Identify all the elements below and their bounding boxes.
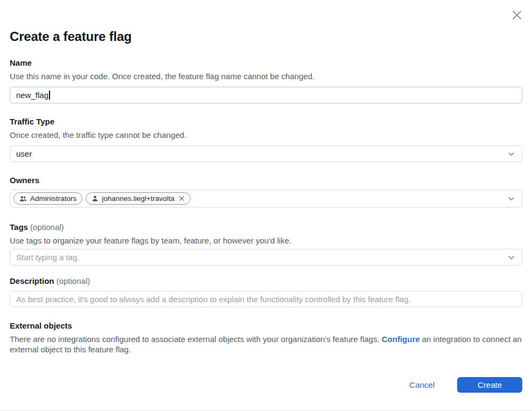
traffic-type-label: Traffic Type (10, 117, 522, 127)
create-button[interactable]: Create (457, 377, 522, 393)
traffic-type-selected-value: user (16, 149, 32, 158)
cancel-button[interactable]: Cancel (409, 380, 435, 389)
name-input-value: new_flag (16, 90, 48, 100)
owners-label: Owners (10, 176, 522, 185)
modal-footer: Cancel Create (10, 377, 522, 393)
traffic-type-select[interactable]: user (10, 145, 522, 162)
tags-help-text: Use tags to organize your feature flags … (10, 236, 522, 246)
traffic-type-help-text: Once created, the traffic type cannot be… (10, 130, 522, 140)
owner-chip-label: Administrators (30, 194, 76, 203)
traffic-type-section: Traffic Type Once created, the traffic t… (10, 117, 522, 162)
external-objects-text: There are no integrations configured to … (10, 335, 522, 354)
external-objects-label: External objects (10, 321, 522, 331)
create-feature-flag-modal: Create a feature flag Name Use this name… (0, 29, 532, 393)
name-label: Name (10, 58, 522, 68)
owner-chip-user[interactable]: johannes.liegl+travolta (86, 192, 191, 205)
description-optional-hint: (optional) (57, 276, 90, 285)
chevron-down-icon (507, 253, 515, 261)
description-section: Description (optional) (10, 276, 522, 307)
tags-optional-hint: (optional) (30, 222, 64, 232)
name-section: Name Use this name in your code. Once cr… (10, 58, 522, 103)
tags-section: Tags (optional) Use tags to organize you… (10, 222, 522, 266)
external-objects-section: External objects There are no integratio… (10, 321, 522, 354)
description-label: Description (optional) (10, 276, 522, 286)
tags-label: Tags (optional) (10, 222, 522, 232)
close-icon (511, 9, 523, 21)
text-caret (49, 90, 50, 100)
owner-chip-label: johannes.liegl+travolta (102, 194, 174, 203)
person-icon (92, 195, 99, 202)
chevron-down-icon (507, 194, 515, 203)
close-button[interactable] (510, 8, 524, 22)
description-input[interactable] (10, 291, 522, 307)
group-icon (19, 195, 27, 203)
remove-owner-icon[interactable] (179, 196, 185, 201)
tags-placeholder: Start typing a tag. (16, 253, 80, 262)
owners-multiselect[interactable]: Administrators johannes.liegl+travolta (10, 190, 522, 207)
chevron-down-icon (507, 150, 515, 158)
owner-chip-administrators[interactable]: Administrators (13, 192, 82, 205)
name-input[interactable]: new_flag (10, 87, 522, 103)
owners-section: Owners Administrators (10, 176, 522, 207)
modal-title: Create a feature flag (10, 29, 522, 44)
configure-link[interactable]: Configure (382, 335, 420, 344)
tags-input[interactable]: Start typing a tag. (10, 249, 522, 266)
name-help-text: Use this name in your code. Once created… (10, 72, 522, 81)
